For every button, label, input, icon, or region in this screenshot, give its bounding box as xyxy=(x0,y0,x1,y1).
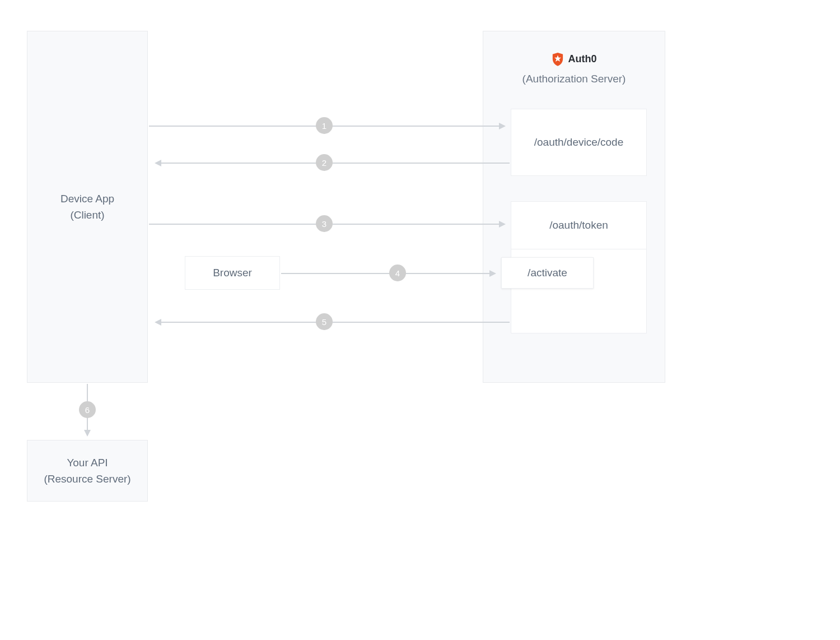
api-subtitle: (Resource Server) xyxy=(44,471,130,487)
api-title: Your API xyxy=(67,455,108,471)
arrow-head-left-icon xyxy=(155,319,161,326)
step-badge-5: 5 xyxy=(316,313,333,330)
endpoint-activate: /activate xyxy=(501,257,594,289)
endpoint-token: /oauth/token xyxy=(511,201,647,249)
step-badge-6: 6 xyxy=(79,401,96,418)
arrow-head-right-icon xyxy=(499,123,506,129)
authz-subtitle: (Authorization Server) xyxy=(522,71,626,87)
endpoint-device-code-label: /oauth/device/code xyxy=(534,135,624,150)
endpoint-token-label: /oauth/token xyxy=(549,218,608,233)
api-box: Your API (Resource Server) xyxy=(27,440,148,502)
auth0-shield-icon xyxy=(552,53,564,66)
browser-label: Browser xyxy=(213,265,252,281)
step-badge-4: 4 xyxy=(389,265,406,281)
step-badge-3: 3 xyxy=(316,215,333,232)
arrow-4 xyxy=(281,273,495,274)
auth0-brand-text: Auth0 xyxy=(568,52,597,67)
arrow-5 xyxy=(156,322,510,323)
step-num-6: 6 xyxy=(85,405,90,415)
arrow-head-down-icon xyxy=(84,430,91,437)
step-num-1: 1 xyxy=(322,121,326,131)
device-app-title: Device App xyxy=(60,191,114,207)
diagram-canvas: Device App (Client) Auth0 (Authorization… xyxy=(0,0,840,640)
step-num-3: 3 xyxy=(322,219,326,229)
arrow-head-right-icon xyxy=(499,221,506,228)
arrow-2 xyxy=(156,163,510,164)
step-badge-1: 1 xyxy=(316,117,333,134)
step-num-2: 2 xyxy=(322,158,326,168)
auth0-logo: Auth0 xyxy=(552,52,597,67)
arrow-head-right-icon xyxy=(489,270,496,277)
device-app-subtitle: (Client) xyxy=(70,207,104,223)
endpoint-activate-label: /activate xyxy=(528,266,567,281)
step-num-5: 5 xyxy=(322,317,326,327)
step-badge-2: 2 xyxy=(316,154,333,171)
arrow-head-left-icon xyxy=(155,160,161,166)
device-app-box: Device App (Client) xyxy=(27,31,148,383)
step-num-4: 4 xyxy=(395,268,400,278)
browser-box: Browser xyxy=(185,256,280,290)
endpoint-device-code: /oauth/device/code xyxy=(511,109,647,176)
